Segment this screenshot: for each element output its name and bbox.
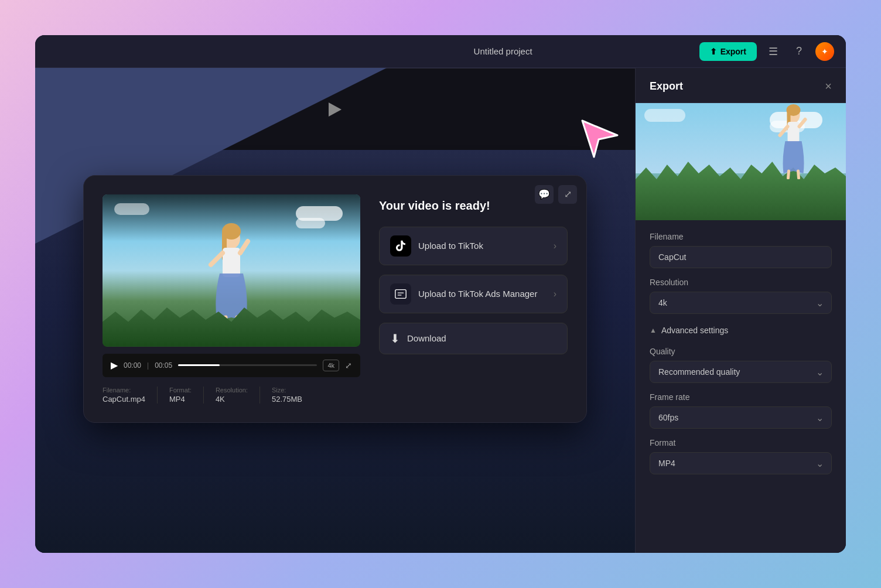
- export-options: Your video is ready! Upload to: [379, 194, 568, 404]
- filename-setting-label: Filename: [650, 232, 832, 241]
- svg-line-16: [788, 171, 789, 178]
- format-label: Format:: [169, 387, 192, 394]
- quality-badge: 4k: [323, 360, 339, 371]
- quality-select[interactable]: Recommended quality: [650, 361, 832, 383]
- resolution-value: 4K: [216, 395, 248, 404]
- content-area: 💬 ⤢: [35, 68, 846, 553]
- svg-line-17: [798, 171, 799, 178]
- panel-cloud-3: [644, 109, 685, 122]
- app-window: Untitled project ⬆ Export ☰ ? ✦: [35, 35, 846, 553]
- modal-overlay: 💬 ⤢: [35, 68, 635, 553]
- svg-line-14: [780, 127, 788, 135]
- editor-area: 💬 ⤢: [35, 68, 635, 553]
- avatar-button[interactable]: ✦: [815, 42, 834, 61]
- chevron-up-icon: ▲: [650, 326, 657, 334]
- frame-rate-select[interactable]: 60fps: [650, 406, 832, 429]
- format-select[interactable]: MP4: [650, 452, 832, 474]
- quality-select-wrapper: Recommended quality: [650, 361, 832, 383]
- quality-setting-label: Quality: [650, 347, 832, 356]
- filename-group: Filename: [650, 232, 832, 268]
- export-panel-title: Export: [650, 80, 683, 93]
- format-group: Format MP4: [650, 438, 832, 474]
- export-dialog: 💬 ⤢: [83, 175, 587, 423]
- advanced-settings-label: Advanced settings: [661, 326, 728, 335]
- top-bar-actions: ⬆ Export ☰ ? ✦: [699, 42, 834, 61]
- tiktok-ads-icon: [390, 283, 411, 305]
- upload-tiktok-ads-label: Upload to TikTok Ads Manager: [418, 289, 537, 299]
- size-info: Size: 52.75MB: [272, 387, 314, 404]
- download-option[interactable]: ⬇ Download: [379, 323, 568, 354]
- panel-person-figure: [777, 103, 810, 179]
- frame-rate-select-wrapper: 60fps: [650, 406, 832, 429]
- file-info: Filename: CapCut.mp4 Format: MP4 Resolut…: [103, 387, 360, 404]
- svg-rect-13: [788, 122, 800, 142]
- tiktok-icon: [390, 235, 411, 257]
- format-setting-label: Format: [650, 438, 832, 447]
- help-icon: ?: [796, 45, 802, 57]
- filename-label: Filename:: [103, 387, 145, 394]
- upload-tiktok-ads-left: Upload to TikTok Ads Manager: [390, 283, 537, 305]
- svg-line-15: [800, 119, 805, 127]
- frame-rate-group: Frame rate 60fps: [650, 392, 832, 429]
- svg-rect-3: [223, 248, 240, 277]
- upload-tiktok-ads-option[interactable]: Upload to TikTok Ads Manager ›: [379, 275, 568, 313]
- export-panel-header: Export ×: [636, 68, 846, 103]
- filename-info: Filename: CapCut.mp4: [103, 387, 158, 404]
- help-icon-button[interactable]: ?: [790, 42, 808, 61]
- top-bar: Untitled project ⬆ Export ☰ ? ✦: [35, 35, 846, 68]
- resolution-select-wrapper: 4k: [650, 292, 832, 314]
- download-label: Download: [407, 333, 446, 343]
- fullscreen-icon: ⤢: [564, 189, 572, 200]
- progress-bar[interactable]: [178, 364, 317, 366]
- resolution-info: Resolution: 4K: [216, 387, 260, 404]
- dialog-top-icons: 💬 ⤢: [535, 185, 577, 204]
- advanced-settings-toggle[interactable]: ▲ Advanced settings: [650, 323, 832, 337]
- export-button[interactable]: ⬆ Export: [699, 42, 757, 61]
- resolution-group: Resolution 4k: [650, 278, 832, 314]
- menu-icon: ☰: [769, 45, 778, 58]
- dialog-content: Finding the freedom to walk on a journey…: [103, 194, 568, 404]
- time-total: 00:05: [155, 361, 172, 370]
- menu-icon-button[interactable]: ☰: [764, 42, 783, 61]
- close-panel-button[interactable]: ×: [825, 80, 832, 93]
- upload-tiktok-label: Upload to TikTok: [418, 241, 483, 251]
- dialog-feedback-button[interactable]: 💬: [535, 185, 554, 204]
- dialog-fullscreen-button[interactable]: ⤢: [558, 185, 577, 204]
- panel-preview: [636, 103, 846, 220]
- size-label: Size:: [272, 387, 302, 394]
- upload-tiktok-left: Upload to TikTok: [390, 235, 483, 257]
- fullscreen-button[interactable]: ⤢: [345, 361, 352, 370]
- frame-rate-setting-label: Frame rate: [650, 392, 832, 402]
- cloud-2: [296, 218, 325, 228]
- size-value: 52.75MB: [272, 395, 302, 404]
- download-icon: ⬇: [390, 331, 400, 346]
- person-figure: [208, 221, 255, 326]
- upload-tiktok-option[interactable]: Upload to TikTok ›: [379, 227, 568, 265]
- svg-rect-8: [395, 289, 406, 298]
- quality-group: Quality Recommended quality: [650, 347, 832, 383]
- filename-value: CapCut.mp4: [103, 395, 145, 404]
- video-thumb: Finding the freedom to walk on a journey: [103, 194, 360, 347]
- top-bar-title: Untitled project: [474, 46, 532, 56]
- svg-line-4: [211, 253, 223, 265]
- feedback-icon: 💬: [538, 189, 550, 200]
- panel-settings: Filename Resolution 4k ▲ Advanced settin…: [636, 220, 846, 486]
- format-info: Format: MP4: [169, 387, 204, 404]
- resolution-label: Resolution:: [216, 387, 248, 394]
- play-button[interactable]: ▶: [111, 360, 118, 371]
- format-value: MP4: [169, 395, 192, 404]
- resolution-setting-label: Resolution: [650, 278, 832, 287]
- export-upload-icon: ⬆: [710, 47, 717, 56]
- progress-fill: [178, 364, 220, 366]
- avatar-icon: ✦: [821, 47, 828, 56]
- video-controls: ▶ 00:00 | 00:05 4k ⤢: [103, 354, 360, 377]
- tiktok-chevron-icon: ›: [554, 241, 556, 251]
- resolution-select[interactable]: 4k: [650, 292, 832, 314]
- tiktok-ads-chevron-icon: ›: [554, 289, 556, 299]
- close-icon: ×: [825, 80, 832, 93]
- export-button-label: Export: [720, 47, 746, 56]
- cloud-3: [114, 203, 149, 215]
- filename-input[interactable]: [650, 246, 832, 268]
- format-select-wrapper: MP4: [650, 452, 832, 474]
- time-separator: |: [147, 361, 149, 370]
